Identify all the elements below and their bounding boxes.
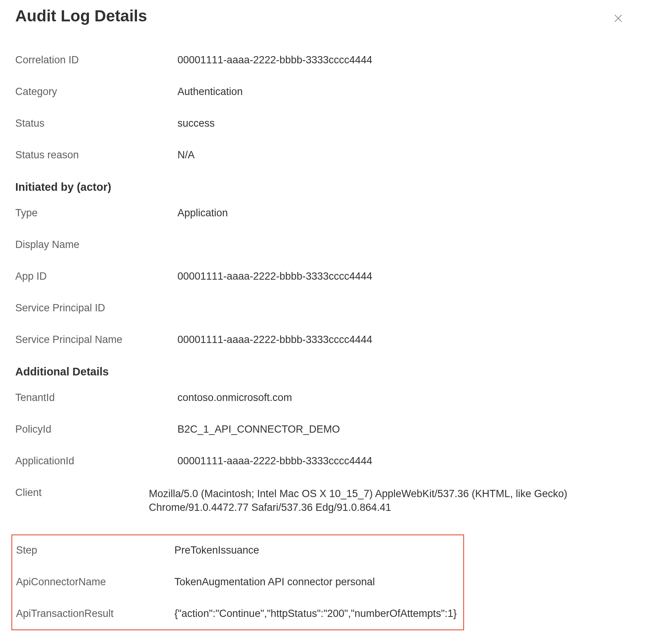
- type-label: Type: [15, 207, 177, 219]
- page-title: Audit Log Details: [15, 7, 147, 25]
- display-name-label: Display Name: [15, 239, 177, 251]
- status-reason-label: Status reason: [15, 149, 177, 161]
- initiated-by-heading: Initiated by (actor): [15, 181, 633, 193]
- category-row: Category Authentication: [15, 86, 633, 98]
- display-name-row: Display Name: [15, 239, 633, 251]
- status-value: success: [177, 118, 633, 129]
- tenant-id-value: contoso.onmicrosoft.com: [177, 392, 633, 404]
- sp-id-row: Service Principal ID: [15, 302, 633, 314]
- step-value: PreTokenIssuance: [174, 544, 463, 556]
- api-transaction-result-value: {"action":"Continue","httpStatus":"200",…: [174, 608, 463, 620]
- policy-id-row: PolicyId B2C_1_API_CONNECTOR_DEMO: [15, 423, 633, 435]
- api-connector-name-row: ApiConnectorName TokenAugmentation API c…: [16, 576, 463, 588]
- sp-id-label: Service Principal ID: [15, 302, 177, 314]
- client-value: Mozilla/5.0 (Macintosh; Intel Mac OS X 1…: [149, 487, 580, 515]
- app-id-value: 00001111-aaaa-2222-bbbb-3333cccc4444: [177, 270, 633, 282]
- status-row: Status success: [15, 118, 633, 129]
- type-value: Application: [177, 207, 633, 219]
- status-label: Status: [15, 118, 177, 129]
- app-id-label: App ID: [15, 270, 177, 282]
- tenant-id-label: TenantId: [15, 392, 177, 404]
- close-icon: [614, 14, 623, 23]
- step-label: Step: [16, 544, 174, 556]
- api-connector-name-value: TokenAugmentation API connector personal: [174, 576, 463, 588]
- application-id-value: 00001111-aaaa-2222-bbbb-3333cccc4444: [177, 455, 633, 467]
- application-id-row: ApplicationId 00001111-aaaa-2222-bbbb-33…: [15, 455, 633, 467]
- status-reason-value: N/A: [177, 149, 633, 161]
- category-label: Category: [15, 86, 177, 98]
- correlation-id-label: Correlation ID: [15, 54, 177, 66]
- client-label: Client: [15, 487, 149, 499]
- sp-name-value: 00001111-aaaa-2222-bbbb-3333cccc4444: [177, 334, 633, 346]
- highlighted-details-box: Step PreTokenIssuance ApiConnectorName T…: [11, 535, 464, 630]
- policy-id-label: PolicyId: [15, 423, 177, 435]
- type-row: Type Application: [15, 207, 633, 219]
- category-value: Authentication: [177, 86, 633, 98]
- api-transaction-result-row: ApiTransactionResult {"action":"Continue…: [16, 608, 463, 620]
- correlation-id-value: 00001111-aaaa-2222-bbbb-3333cccc4444: [177, 54, 633, 66]
- api-transaction-result-label: ApiTransactionResult: [16, 608, 174, 620]
- application-id-label: ApplicationId: [15, 455, 177, 467]
- tenant-id-row: TenantId contoso.onmicrosoft.com: [15, 392, 633, 404]
- sp-name-row: Service Principal Name 00001111-aaaa-222…: [15, 334, 633, 346]
- sp-name-label: Service Principal Name: [15, 334, 177, 346]
- client-row: Client Mozilla/5.0 (Macintosh; Intel Mac…: [15, 487, 633, 515]
- app-id-row: App ID 00001111-aaaa-2222-bbbb-3333cccc4…: [15, 270, 633, 282]
- status-reason-row: Status reason N/A: [15, 149, 633, 161]
- close-button[interactable]: [611, 11, 626, 27]
- api-connector-name-label: ApiConnectorName: [16, 576, 174, 588]
- step-row: Step PreTokenIssuance: [16, 544, 463, 556]
- policy-id-value: B2C_1_API_CONNECTOR_DEMO: [177, 423, 633, 435]
- additional-details-heading: Additional Details: [15, 365, 633, 378]
- correlation-id-row: Correlation ID 00001111-aaaa-2222-bbbb-3…: [15, 54, 633, 66]
